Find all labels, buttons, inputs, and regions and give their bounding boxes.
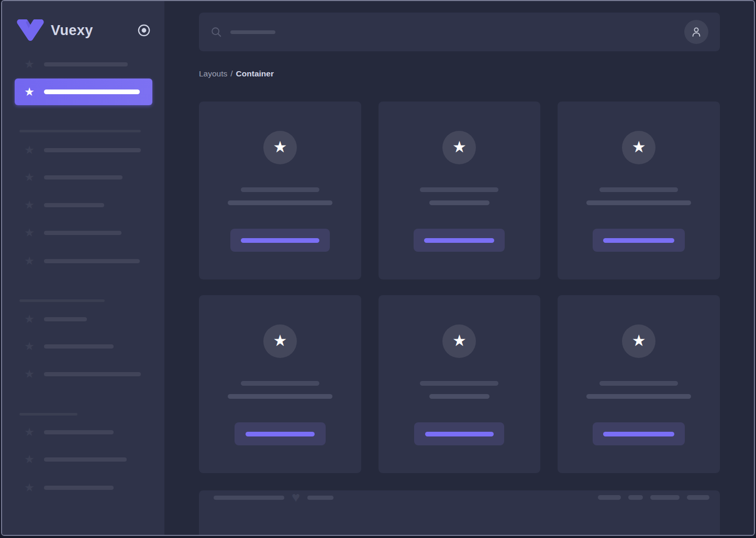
- card-line-skeleton: [420, 381, 498, 386]
- nav-item[interactable]: ★: [23, 144, 141, 156]
- sidebar: Vuexy ★ ★ ★ ★ ★: [2, 1, 164, 535]
- star-icon: ★: [23, 340, 36, 353]
- card: ★: [199, 295, 361, 473]
- nav-label-skeleton: [44, 231, 121, 235]
- nav-label-skeleton: [44, 457, 127, 462]
- footer-row: ♥: [214, 490, 709, 505]
- nav-item[interactable]: ★: [23, 453, 127, 466]
- card-avatar: ★: [622, 324, 655, 358]
- breadcrumb-separator: /: [230, 69, 232, 79]
- nav-item[interactable]: ★: [23, 481, 114, 494]
- card-line-skeleton: [241, 187, 319, 192]
- footer-line-skeleton: [307, 496, 333, 500]
- star-icon: ★: [23, 86, 36, 98]
- card-avatar: ★: [622, 131, 655, 164]
- card-line-skeleton: [599, 381, 678, 386]
- search-icon: [210, 26, 222, 38]
- heart-icon: ♥: [292, 490, 300, 505]
- card-button[interactable]: [235, 422, 326, 445]
- star-icon: ★: [273, 139, 287, 155]
- radio-dot-icon[interactable]: [137, 24, 151, 37]
- star-icon: ★: [23, 58, 36, 71]
- star-icon: ★: [23, 255, 36, 267]
- card-line-skeleton: [241, 381, 319, 386]
- footer-card: ♥: [199, 490, 720, 536]
- nav-item[interactable]: ★: [23, 255, 140, 267]
- nav-item[interactable]: ★: [23, 171, 123, 184]
- nav-label-skeleton: [44, 203, 104, 207]
- card: ★: [558, 102, 720, 279]
- card: ★: [558, 295, 720, 473]
- nav-label-skeleton: [44, 372, 141, 376]
- nav-label-skeleton: [44, 175, 123, 180]
- card-avatar: ★: [263, 324, 297, 358]
- star-icon: ★: [23, 481, 36, 494]
- person-icon: [690, 26, 703, 38]
- brand-name: Vuexy: [51, 23, 93, 39]
- search-placeholder-skeleton: [230, 30, 275, 34]
- card-line-skeleton: [420, 187, 498, 192]
- card: ★: [199, 102, 361, 279]
- nav-item[interactable]: ★: [23, 227, 121, 239]
- card-button[interactable]: [414, 422, 504, 445]
- card-line-skeleton: [228, 394, 332, 399]
- star-icon: ★: [632, 139, 646, 155]
- button-label-skeleton: [603, 432, 674, 436]
- nav-section-divider: [19, 130, 141, 132]
- nav-label-skeleton: [44, 259, 140, 263]
- button-label-skeleton: [425, 432, 494, 436]
- card-button[interactable]: [593, 422, 685, 445]
- vuexy-logo-icon: [17, 19, 44, 41]
- nav-item[interactable]: ★: [23, 58, 128, 71]
- main-content: Layouts / Container ★ ★: [164, 1, 754, 535]
- nav-section-divider: [19, 299, 105, 302]
- card-line-skeleton: [429, 200, 490, 205]
- card-button[interactable]: [414, 229, 505, 252]
- button-label-skeleton: [603, 238, 674, 243]
- button-label-skeleton: [424, 238, 494, 243]
- user-avatar[interactable]: [684, 20, 708, 44]
- nav-item[interactable]: ★: [23, 368, 141, 380]
- card-avatar: ★: [442, 324, 476, 358]
- star-icon: ★: [23, 368, 36, 380]
- card-button[interactable]: [230, 229, 330, 252]
- breadcrumb-section[interactable]: Layouts: [199, 69, 227, 79]
- card: ★: [379, 295, 541, 473]
- brand-header: Vuexy: [17, 17, 151, 44]
- card-line-skeleton: [228, 200, 332, 205]
- card: ★: [379, 102, 541, 279]
- nav-item[interactable]: ★: [23, 313, 87, 326]
- nav-label-skeleton: [44, 344, 114, 349]
- star-icon: ★: [23, 426, 36, 439]
- nav-item[interactable]: ★: [23, 340, 114, 353]
- footer-link-skeleton[interactable]: [628, 495, 643, 500]
- star-icon: ★: [23, 144, 36, 156]
- star-icon: ★: [632, 333, 646, 349]
- card-line-skeleton: [586, 394, 691, 399]
- button-label-skeleton: [246, 432, 315, 436]
- nav-label-skeleton: [44, 430, 114, 434]
- footer-line-skeleton: [214, 496, 284, 500]
- card-line-skeleton: [586, 200, 691, 205]
- nav-item-active[interactable]: ★: [15, 79, 152, 105]
- star-icon: ★: [23, 453, 36, 466]
- nav-section-divider: [19, 413, 77, 416]
- cards-grid: ★ ★ ★: [199, 102, 720, 473]
- footer-link-skeleton[interactable]: [598, 495, 621, 500]
- breadcrumb-page: Container: [236, 69, 274, 79]
- card-button[interactable]: [593, 229, 685, 252]
- star-icon: ★: [273, 333, 287, 349]
- footer-link-skeleton[interactable]: [687, 495, 709, 500]
- star-icon: ★: [452, 333, 466, 349]
- nav-label-skeleton: [44, 317, 87, 321]
- nav-label-skeleton: [44, 89, 140, 94]
- footer-link-skeleton[interactable]: [650, 495, 680, 500]
- card-avatar: ★: [442, 131, 476, 164]
- nav-item[interactable]: ★: [23, 199, 104, 211]
- nav-label-skeleton: [44, 62, 128, 66]
- card-line-skeleton: [429, 394, 490, 399]
- star-icon: ★: [23, 199, 36, 211]
- nav-item[interactable]: ★: [23, 426, 114, 439]
- search-input[interactable]: [210, 13, 684, 51]
- nav-label-skeleton: [44, 486, 114, 490]
